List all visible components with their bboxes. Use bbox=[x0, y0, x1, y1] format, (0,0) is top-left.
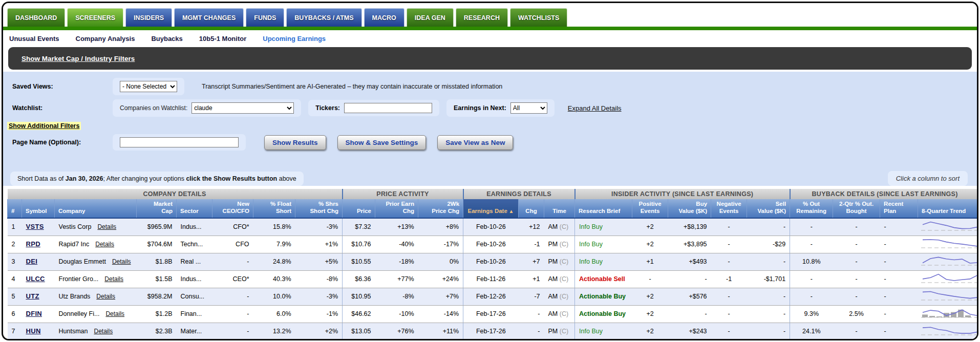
col-header-market-cap[interactable]: MarketCap bbox=[137, 199, 177, 218]
time-value: PM bbox=[548, 241, 560, 248]
cell-2wk-price-chg: +3% bbox=[418, 340, 463, 340]
col-header-2wk-price-chg[interactable]: 2WkPrice Chg bbox=[418, 199, 463, 218]
details-link[interactable]: Details bbox=[94, 328, 113, 335]
sort-hint: Click a column to sort bbox=[888, 171, 968, 186]
table-row: 7HUNHuntsmanDetails$2.3BMater...-13.2%+2… bbox=[8, 323, 979, 340]
tab-macro[interactable]: MACRO bbox=[364, 8, 404, 27]
details-link[interactable]: Details bbox=[112, 258, 131, 265]
cell-sector: Finan... bbox=[177, 305, 212, 323]
tab-watchlists[interactable]: WATCHLISTS bbox=[510, 8, 567, 27]
expand-all-details-link[interactable]: Expand All Details bbox=[568, 104, 622, 112]
col-header-[interactable]: # bbox=[8, 199, 22, 218]
details-link[interactable]: Details bbox=[95, 241, 114, 248]
col-header-research-brief[interactable]: Research Brief bbox=[575, 199, 632, 218]
col-header-price[interactable]: Price bbox=[343, 199, 375, 218]
show-additional-filters-link[interactable]: Show Additional Filters bbox=[7, 122, 81, 130]
col-header-symbol[interactable]: Symbol bbox=[22, 199, 55, 218]
tab-insiders[interactable]: INSIDERS bbox=[125, 8, 172, 27]
details-link[interactable]: Details bbox=[105, 310, 124, 317]
company-name: Vestis Corp bbox=[59, 223, 92, 230]
show-results-button[interactable]: Show Results bbox=[264, 135, 326, 150]
time-confirmed-flag: (C) bbox=[560, 275, 568, 283]
cell-positive-events: - bbox=[632, 270, 668, 288]
tab-dashboard[interactable]: DASHBOARD bbox=[7, 8, 65, 27]
saved-views-label: Saved Views: bbox=[12, 83, 113, 90]
cell-2wk-price-chg: -17% bbox=[418, 236, 463, 253]
group-earnings-details: EARNINGS DETAILS bbox=[463, 189, 575, 199]
cell-chg: +7 bbox=[519, 253, 544, 270]
cell-positive-events: +2 bbox=[632, 218, 668, 236]
cell-sector: Mater... bbox=[177, 323, 212, 340]
cell-positive-events: +2 bbox=[632, 305, 668, 323]
col-header-8-quarter-trend[interactable]: 8-Quarter Trend bbox=[918, 199, 978, 218]
symbol-link[interactable]: DFIN bbox=[26, 310, 42, 317]
cell-recent-plan: - bbox=[880, 288, 918, 305]
cell-chg: +12 bbox=[519, 218, 544, 236]
tab-research[interactable]: RESEARCH bbox=[456, 8, 508, 27]
cell-negative-events: - bbox=[711, 288, 747, 305]
subnav-buybacks[interactable]: Buybacks bbox=[151, 35, 182, 42]
details-link[interactable]: Details bbox=[96, 293, 115, 300]
cell-8-quarter-trend bbox=[918, 236, 978, 253]
cell-time: PM (C) bbox=[544, 253, 575, 270]
subnav-upcoming-earnings[interactable]: Upcoming Earnings bbox=[263, 35, 326, 42]
show-save-settings-button[interactable]: Show & Save Settings bbox=[337, 135, 427, 150]
watchlist-select[interactable]: claude bbox=[191, 102, 294, 114]
col-header-time[interactable]: Time bbox=[544, 199, 575, 218]
col-header-2-qtr-out-bought[interactable]: 2-Qtr % Out.Bought bbox=[833, 199, 880, 218]
tab-idea-gen[interactable]: IDEA GEN bbox=[407, 8, 454, 27]
tab-mgmt-changes[interactable]: MGMT CHANGES bbox=[174, 8, 244, 27]
tab-screeners[interactable]: SCREENERS bbox=[67, 8, 123, 27]
tab-buybacks-atms[interactable]: BUYBACKS / ATMS bbox=[286, 8, 361, 27]
cell-sell-value: - bbox=[747, 218, 790, 236]
ai-disclaimer-note: Transcript Summaries/Sentiment are AI-Ge… bbox=[202, 83, 502, 90]
symbol-link[interactable]: DEI bbox=[26, 258, 38, 265]
symbol-link[interactable]: UTZ bbox=[26, 292, 39, 300]
details-link[interactable]: Details bbox=[97, 223, 116, 230]
col-header-recent-plan[interactable]: RecentPlan bbox=[880, 199, 918, 218]
subnav-10b5-1-monitor[interactable]: 10b5-1 Monitor bbox=[199, 35, 246, 42]
col-header-buy-value-k[interactable]: BuyValue ($K) bbox=[668, 199, 711, 218]
symbol-link[interactable]: RPD bbox=[26, 240, 40, 248]
cell-research-brief: Actionable Buy bbox=[575, 305, 632, 323]
col-header-company[interactable]: Company bbox=[55, 199, 137, 218]
col-header-sector[interactable]: Sector bbox=[177, 199, 212, 218]
col-header-chg[interactable]: Chg bbox=[519, 199, 544, 218]
tickers-input[interactable] bbox=[344, 103, 432, 113]
save-view-as-new-button[interactable]: Save View as New bbox=[437, 135, 513, 150]
time-value: PM bbox=[548, 258, 560, 265]
col-header-negative-events[interactable]: NegativeEvents bbox=[711, 199, 747, 218]
symbol-link[interactable]: HUN bbox=[26, 327, 41, 335]
cell-symbol: PBI bbox=[22, 340, 55, 340]
cell-buy-value: +$243 bbox=[668, 323, 711, 340]
cell-company: Rapid7 IncDetails bbox=[55, 236, 137, 253]
col-header-sell-value-k[interactable]: SellValue ($K) bbox=[747, 199, 790, 218]
saved-views-select[interactable]: - None Selected - bbox=[120, 81, 177, 92]
cell-shrs-short-chg: -2% bbox=[295, 340, 343, 340]
trend-sparkline bbox=[920, 289, 978, 302]
subnav-unusual-events[interactable]: Unusual Events bbox=[9, 35, 59, 42]
table-row: 2RPDRapid7 IncDetails$704.6MTechn...CFO7… bbox=[8, 236, 979, 253]
show-market-cap-filters-link[interactable]: Show Market Cap / Industry Filters bbox=[22, 55, 135, 62]
col-header-out-remaining[interactable]: % OutRemaining bbox=[790, 199, 833, 218]
col-header-new-ceo-cfo[interactable]: NewCEO/CFO bbox=[212, 199, 253, 218]
page-name-input[interactable] bbox=[120, 137, 239, 147]
details-link[interactable]: Details bbox=[104, 275, 123, 283]
page-name-label: Page Name (Optional): bbox=[12, 139, 113, 146]
cell-sell-value: -$1,701 bbox=[747, 270, 790, 288]
cell-sector: Indus... bbox=[177, 270, 212, 288]
short-note-segment: ; After changing your options bbox=[103, 175, 186, 182]
cell-2wk-price-chg: +8% bbox=[418, 218, 463, 236]
col-header-shrs-short-chg[interactable]: % ShrsShort Chg bbox=[295, 199, 343, 218]
col-header-float-short[interactable]: % FloatShort bbox=[253, 199, 295, 218]
earnings-in-next-select[interactable]: All bbox=[510, 102, 547, 114]
cell-buy-value: +$8,139 bbox=[668, 218, 711, 236]
symbol-link[interactable]: VSTS bbox=[26, 223, 44, 230]
watchlist-box: Companies on Watchlist: claude bbox=[113, 99, 301, 117]
symbol-link[interactable]: ULCC bbox=[26, 275, 45, 283]
col-header-earnings-date[interactable]: Earnings Date ▲ bbox=[463, 199, 519, 218]
col-header-prior-earn-chg[interactable]: Prior EarnChg bbox=[375, 199, 418, 218]
subnav-company-analysis[interactable]: Company Analysis bbox=[76, 35, 135, 42]
tab-funds[interactable]: FUNDS bbox=[246, 8, 284, 27]
col-header-positive-events[interactable]: PositiveEvents bbox=[632, 199, 668, 218]
